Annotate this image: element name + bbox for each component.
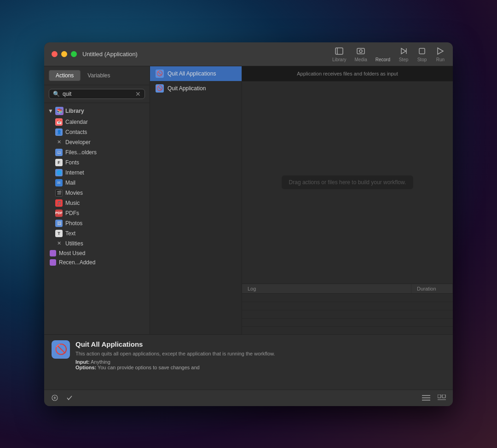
svg-marker-7 <box>438 48 443 54</box>
search-bar: 🔍 ✕ <box>44 85 150 103</box>
mail-icon: ✉ <box>55 179 63 186</box>
record-icon <box>378 46 388 56</box>
contacts-icon: 👤 <box>55 128 63 136</box>
sidebar-item-label: Utilities <box>65 240 83 247</box>
quit-app-icon: 🚫 <box>156 84 164 93</box>
svg-point-3 <box>359 50 362 52</box>
sidebar-item-music[interactable]: 🎵 Music <box>50 198 150 208</box>
log-header: Log Duration <box>242 284 453 294</box>
svg-rect-0 <box>335 48 343 54</box>
sidebar-item-mail[interactable]: ✉ Mail <box>50 178 150 188</box>
step-button[interactable]: Step <box>399 46 409 62</box>
workflow-canvas[interactable]: Drag actions or files here to build your… <box>242 81 453 284</box>
sidebar-tabs: Actions Variables <box>44 66 150 85</box>
sidebar-item-label: Fonts <box>65 159 79 166</box>
tab-variables[interactable]: Variables <box>81 70 117 81</box>
workflow-hint: Drag actions or files here to build your… <box>282 175 414 189</box>
sidebar-item-label: Music <box>65 200 80 206</box>
sidebar-item-movies[interactable]: 🎬 Movies <box>50 188 150 198</box>
library-arrow-icon: ▼ <box>48 108 53 114</box>
most-used-icon <box>50 250 56 256</box>
library-section-header[interactable]: ▼ 📚 Librar <box>44 105 150 117</box>
log-duration-label: Duration <box>411 284 453 293</box>
run-icon <box>435 46 445 56</box>
library-section-icon: 📚 <box>55 107 64 115</box>
log-row <box>242 294 453 302</box>
run-button[interactable]: Run <box>435 46 445 62</box>
sidebar-item-label: Mail <box>65 180 75 186</box>
sidebar-item-developer[interactable]: ✕ Developer <box>50 137 150 147</box>
search-icon: 🔍 <box>53 91 60 97</box>
sidebar-item-most-used[interactable]: Most Used <box>44 249 150 258</box>
media-button[interactable]: Media <box>355 46 367 62</box>
record-button[interactable]: Record <box>376 46 390 62</box>
media-label: Media <box>355 57 367 62</box>
input-value: Anything <box>91 359 110 365</box>
most-used-label: Most Used <box>59 250 85 256</box>
results-panel: 🚫 Quit All Applications 🚫 Quit Applicati… <box>150 66 242 334</box>
internet-icon: 🌐 <box>55 169 63 176</box>
maximize-button[interactable] <box>71 51 77 57</box>
search-clear-icon[interactable]: ✕ <box>135 91 141 97</box>
sidebar-item-contacts[interactable]: 👤 Contacts <box>50 127 150 137</box>
result-item-label: Quit All Applications <box>168 70 216 77</box>
step-label: Step <box>399 57 409 62</box>
media-icon <box>356 46 366 56</box>
recently-added-icon <box>50 259 56 266</box>
sidebar-item-utilities[interactable]: ✕ Utilities <box>50 239 150 249</box>
sidebar: Actions Variables 🔍 ✕ ▼ <box>44 66 150 334</box>
sidebar-item-label: Internet <box>65 169 84 176</box>
fonts-icon: F <box>55 159 63 166</box>
info-desc: This action quits all open applications,… <box>75 350 445 358</box>
sidebar-item-recently-added[interactable]: Recen...Added <box>44 258 150 267</box>
options-value: You can provide options to save changes … <box>98 365 200 370</box>
info-input: Input: Anything <box>75 359 445 365</box>
quit-all-icon: 🚫 <box>156 70 164 78</box>
log-rows <box>242 294 453 334</box>
svg-rect-6 <box>419 48 425 54</box>
minimize-button[interactable] <box>61 51 67 57</box>
svg-rect-2 <box>357 48 364 54</box>
add-button[interactable] <box>49 393 61 403</box>
sidebar-item-label: Calendar <box>65 119 88 125</box>
step-icon <box>399 46 409 56</box>
sidebar-item-files[interactable]: 🗂 Files...olders <box>50 147 150 157</box>
stop-label: Stop <box>417 57 427 62</box>
library-icon <box>334 46 344 56</box>
library-label: Library <box>332 57 347 62</box>
sidebar-item-text[interactable]: T Text <box>50 228 150 239</box>
sidebar-item-pdfs[interactable]: PDF PDFs <box>50 208 150 218</box>
list-view-button[interactable] <box>420 393 433 403</box>
detail-view-button[interactable] <box>435 393 448 403</box>
library-section-label: Library <box>65 108 84 114</box>
recently-added-label: Recen...Added <box>59 259 95 266</box>
library-button[interactable]: Library <box>332 46 347 62</box>
info-options: Options: You can provide options to save… <box>75 365 445 370</box>
input-label: Input: <box>75 359 90 365</box>
check-button[interactable] <box>64 393 75 403</box>
result-item-quit-all[interactable]: 🚫 Quit All Applications <box>150 66 242 81</box>
workflow-log: Log Duration <box>242 284 453 334</box>
photos-icon: 🖼 <box>55 220 63 227</box>
sidebar-item-calendar[interactable]: 📅 Calendar <box>50 117 150 127</box>
sidebar-item-label: Movies <box>65 190 83 196</box>
sidebar-item-label: Developer <box>65 139 91 145</box>
sidebar-tree: ▼ 📚 Librar <box>44 103 150 334</box>
movies-icon: 🎬 <box>55 189 63 197</box>
close-button[interactable] <box>52 51 58 57</box>
calendar-icon: 📅 <box>55 118 63 126</box>
record-label: Record <box>376 57 390 62</box>
svg-rect-17 <box>442 395 445 398</box>
workflow-header: Application receives files and folders a… <box>242 66 453 81</box>
stop-button[interactable]: Stop <box>417 46 427 62</box>
sidebar-item-photos[interactable]: 🖼 Photos <box>50 218 150 228</box>
svg-rect-16 <box>438 395 441 398</box>
toolbar: Library Media Record <box>332 46 445 62</box>
window-title: Untitled (Application) <box>82 51 138 58</box>
music-icon: 🎵 <box>55 199 63 207</box>
sidebar-item-fonts[interactable]: F Fonts <box>50 157 150 168</box>
result-item-quit-app[interactable]: 🚫 Quit Application <box>150 81 242 96</box>
tab-actions[interactable]: Actions <box>49 70 81 81</box>
sidebar-item-internet[interactable]: 🌐 Internet <box>50 168 150 178</box>
search-input[interactable] <box>63 91 133 97</box>
